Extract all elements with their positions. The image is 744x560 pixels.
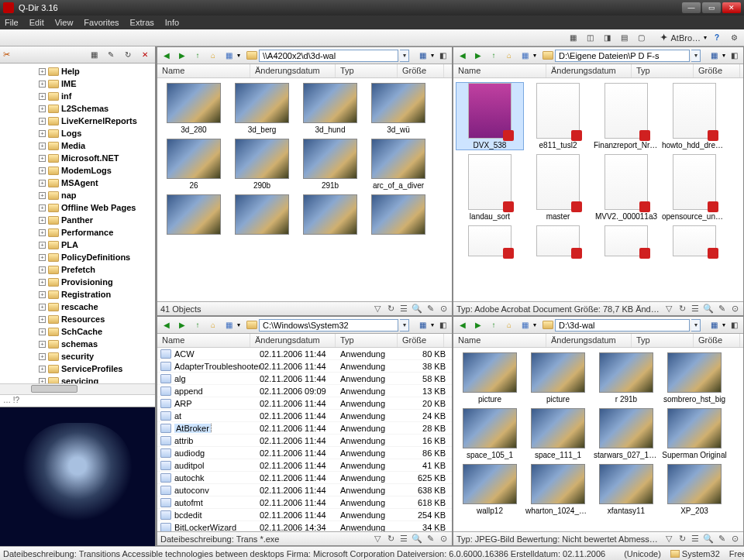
tree-node[interactable]: +Resources <box>0 313 155 325</box>
cut-icon[interactable]: ✂ <box>3 50 10 60</box>
expand-icon[interactable]: + <box>39 130 46 137</box>
list-row[interactable]: attrib02.11.2006 11:44Anwendung16 KB <box>157 435 452 447</box>
pane-tools-icon[interactable]: ◧ <box>436 50 450 62</box>
up-icon[interactable]: ↑ <box>487 50 501 62</box>
search-icon[interactable]: 🔍 <box>412 534 422 545</box>
folders-icon[interactable]: ⌂ <box>502 50 516 62</box>
pane-layout-icon[interactable]: ▦ <box>707 50 721 62</box>
thumbnail-item[interactable]: 290b <box>229 139 295 190</box>
expand-icon[interactable]: + <box>39 242 46 249</box>
address-bar[interactable]: C:\Windows\System32 <box>259 319 398 332</box>
refresh-icon[interactable]: ↻ <box>677 304 687 314</box>
menu-extras[interactable]: Extras <box>130 18 154 27</box>
expand-icon[interactable]: + <box>39 279 46 286</box>
tree-node[interactable]: +Provisioning <box>0 276 155 288</box>
expand-icon[interactable]: + <box>39 217 46 224</box>
thumbnail-item[interactable]: e811_tusl2 <box>525 83 591 149</box>
refresh-icon[interactable]: ↻ <box>385 534 396 545</box>
pane-layout-icon[interactable]: ▦ <box>415 50 429 62</box>
thumbnail-item[interactable]: landau_sort <box>456 154 523 221</box>
list-row[interactable]: autochk02.11.2006 11:44Anwendung625 KB <box>157 472 452 484</box>
address-dropdown[interactable]: ▾ <box>691 50 701 62</box>
options-icon[interactable]: ⚙ <box>727 32 741 44</box>
expand-icon[interactable]: + <box>39 341 46 348</box>
thumbnail-item[interactable]: xfantasy11 <box>593 464 660 515</box>
edit-icon[interactable]: ✎ <box>425 534 436 545</box>
tree-node[interactable]: +Performance <box>0 226 155 239</box>
thumbnail-item[interactable]: picture <box>456 352 523 404</box>
tree-node[interactable]: +Media <box>0 139 155 152</box>
help-icon[interactable]: ? <box>710 32 724 44</box>
search-icon[interactable]: 🔍 <box>703 304 714 314</box>
pin-icon[interactable]: ⊙ <box>729 304 740 314</box>
search-icon[interactable]: 🔍 <box>703 534 714 545</box>
tree-node[interactable]: +ServiceProfiles <box>0 362 155 375</box>
menu-favorites[interactable]: Favorites <box>84 18 119 27</box>
tree-node[interactable]: +Registration <box>0 288 155 301</box>
forward-icon[interactable]: ▶ <box>471 319 485 332</box>
pane-layout-icon[interactable]: ▦ <box>707 319 721 332</box>
menu-file[interactable]: File <box>5 18 19 27</box>
filter-icon[interactable]: ▽ <box>372 304 383 314</box>
thumbnail-item[interactable]: Superman Original <box>661 408 728 459</box>
expand-icon[interactable]: + <box>39 229 46 236</box>
expand-icon[interactable]: + <box>39 316 46 323</box>
list-row[interactable]: ARP02.11.2006 11:44Anwendung20 KB <box>157 397 452 410</box>
search-icon[interactable]: 🔍 <box>412 304 422 314</box>
tree-node[interactable]: +inf <box>0 90 155 102</box>
views-icon[interactable]: ▦ <box>518 319 532 332</box>
thumbnail-item[interactable]: arc_of_a_diver <box>365 139 432 190</box>
list-row[interactable]: BitLockerWizard02.11.2006 14:34Anwendung… <box>157 521 452 531</box>
up-icon[interactable]: ↑ <box>487 319 501 332</box>
folders-icon[interactable]: ⌂ <box>206 319 220 332</box>
refresh-icon[interactable]: ↻ <box>385 304 396 314</box>
expand-icon[interactable]: + <box>39 118 46 125</box>
up-icon[interactable]: ↑ <box>191 50 205 62</box>
column-headers[interactable]: NameÄnderungsdatumTypGröße <box>453 334 743 348</box>
back-icon[interactable]: ◀ <box>456 319 470 332</box>
expand-icon[interactable]: + <box>39 105 46 112</box>
pane-layout-icon[interactable]: ▦ <box>415 319 429 332</box>
thumbnail-item[interactable] <box>297 194 363 237</box>
folders-icon[interactable]: ⌂ <box>502 319 516 332</box>
back-icon[interactable]: ◀ <box>160 50 174 62</box>
pane-tools-icon[interactable]: ◧ <box>436 319 450 332</box>
filter-icon[interactable]: ▽ <box>663 534 674 545</box>
menu-edit[interactable]: Edit <box>29 18 44 27</box>
edit-icon[interactable]: ✎ <box>716 534 727 545</box>
expand-icon[interactable]: + <box>39 180 46 187</box>
expand-icon[interactable]: + <box>39 192 46 199</box>
thumbnail-item[interactable]: starwars_027_1024 <box>593 408 660 459</box>
thumbnail-item[interactable] <box>365 194 432 237</box>
expand-icon[interactable]: + <box>39 93 46 100</box>
tree-refresh-icon[interactable]: ↻ <box>121 49 135 61</box>
tree-node[interactable]: +Help <box>0 65 155 77</box>
menu-info[interactable]: Info <box>165 18 179 27</box>
thumbnail-item[interactable]: 3d_280 <box>160 83 227 134</box>
sort-icon[interactable]: ☰ <box>690 534 701 545</box>
thumbnail-item[interactable]: space_105_1 <box>456 408 523 459</box>
layout-single-icon[interactable]: ▢ <box>634 32 648 44</box>
list-row[interactable]: ACW02.11.2006 11:44Anwendung80 KB <box>157 348 452 360</box>
tree-close-icon[interactable]: ✕ <box>138 49 152 61</box>
address-dropdown[interactable]: ▾ <box>400 319 409 332</box>
layout-split-icon[interactable]: ◫ <box>583 32 597 44</box>
list-row[interactable]: append02.11.2006 09:09Anwendung13 KB <box>157 385 452 397</box>
views-icon[interactable]: ▦ <box>518 50 532 62</box>
filter-icon[interactable]: ▽ <box>663 304 674 314</box>
tree-node[interactable]: +rescache <box>0 301 155 313</box>
expand-icon[interactable]: + <box>39 204 46 211</box>
views-icon[interactable]: ▦ <box>222 50 236 62</box>
thumbnail-item[interactable]: 3d_berg <box>229 83 295 134</box>
thumbnail-item[interactable]: r 291b <box>593 352 660 404</box>
tree-node[interactable]: +LiveKernelReports <box>0 115 155 127</box>
views-icon[interactable]: ▦ <box>222 319 236 332</box>
expand-icon[interactable]: + <box>39 266 46 273</box>
minimize-button[interactable]: — <box>682 2 701 13</box>
thumbnail-item[interactable]: XP_203 <box>661 464 728 515</box>
tree-node[interactable]: +security <box>0 350 155 362</box>
forward-icon[interactable]: ▶ <box>175 50 189 62</box>
expand-icon[interactable]: + <box>39 366 46 373</box>
expand-icon[interactable]: + <box>39 143 46 149</box>
tree-doc-icon[interactable]: ✎ <box>104 49 118 61</box>
